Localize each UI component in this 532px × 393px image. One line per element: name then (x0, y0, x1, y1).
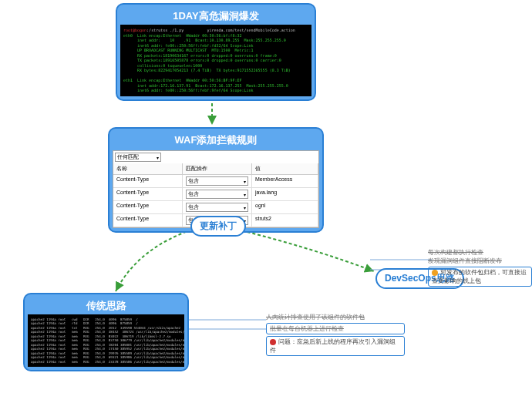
node-patch: 更新补丁 (190, 216, 246, 237)
node-1day: 1DAY高危漏洞爆发 root@bogon:/strutss ./1.py yi… (116, 3, 316, 101)
annot-trad-line3: 问题：应急后新上线的程序再次引入漏洞组件 (266, 336, 405, 356)
waf-rule-row: Content-Type包含java.lang (113, 188, 318, 201)
node-waf-title: WAF添加拦截规则 (113, 132, 319, 149)
annot-devsecops-line2: 发现漏洞组件直接阻断发布 (428, 257, 532, 265)
annot-devsecops: 每次构建都执行检查 发现漏洞组件直接阻断发布 对发布的软件包归档，可直接追查受影… (428, 248, 532, 287)
annot-trad-line1: 人肉统计排查使用了该组件的软件包 (266, 313, 405, 321)
annot-traditional: 人肉统计排查使用了该组件的软件包 批量在每台机器上进行检查 问题：应急后新上线的… (266, 313, 405, 356)
waf-match-select[interactable]: 任何匹配 (115, 153, 161, 162)
terminal-1day: root@bogon:/strutss ./1.py yirenda.com/t… (120, 25, 311, 96)
annot-devsecops-line1: 每次构建都执行检查 (428, 248, 532, 257)
node-1day-title: 1DAY高危漏洞爆发 (120, 8, 311, 25)
node-traditional-title: 传统思路 (28, 297, 184, 314)
waf-op-select[interactable]: 包含 (186, 203, 248, 212)
annot-trad-line2: 批量在每台机器上进行检查 (266, 323, 405, 334)
terminal-traditional: apache2 1194a root cwd DIR 254,0 4096 87… (28, 314, 184, 367)
bullet-icon (432, 270, 438, 276)
bullet-icon (270, 339, 276, 345)
waf-op-select[interactable]: 包含 (186, 176, 248, 186)
waf-rule-row: Content-Type包含ognl (113, 201, 318, 214)
node-traditional: 传统思路 apache2 1194a root cwd DIR 254,0 40… (23, 293, 189, 371)
waf-rule-row: Content-Type包含MemberAccess (113, 175, 318, 188)
annot-devsecops-line3: 对发布的软件包归档，可直接追查受影响的线上包 (428, 267, 532, 287)
waf-op-select[interactable]: 包含 (186, 190, 248, 199)
waf-table-header: 名称 匹配操作 值 (113, 163, 318, 175)
